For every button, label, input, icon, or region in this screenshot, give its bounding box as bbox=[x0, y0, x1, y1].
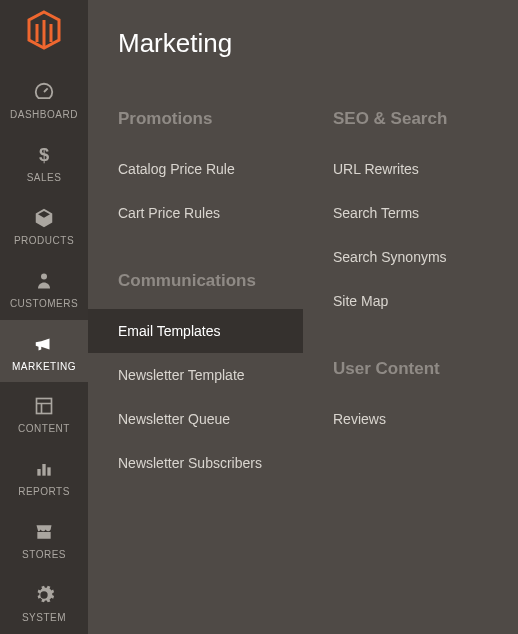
dollar-icon: $ bbox=[34, 142, 54, 168]
gear-icon bbox=[33, 582, 55, 608]
menu-newsletter-queue[interactable]: Newsletter Queue bbox=[88, 397, 303, 441]
panel-title: Marketing bbox=[88, 28, 518, 99]
nav-label: SALES bbox=[27, 172, 62, 183]
marketing-panel: Marketing Promotions Catalog Price Rule … bbox=[88, 0, 518, 634]
section-user-content: User Content bbox=[303, 349, 518, 397]
layout-icon bbox=[34, 393, 54, 419]
nav-marketing[interactable]: MARKETING bbox=[0, 320, 88, 383]
menu-search-synonyms[interactable]: Search Synonyms bbox=[303, 235, 518, 279]
nav-products[interactable]: PRODUCTS bbox=[0, 194, 88, 257]
magento-logo[interactable] bbox=[24, 10, 64, 50]
nav-label: CUSTOMERS bbox=[10, 298, 78, 309]
menu-newsletter-subscribers[interactable]: Newsletter Subscribers bbox=[88, 441, 303, 485]
box-icon bbox=[33, 205, 55, 231]
menu-search-terms[interactable]: Search Terms bbox=[303, 191, 518, 235]
store-icon bbox=[33, 519, 55, 545]
svg-point-1 bbox=[41, 273, 47, 279]
nav-label: DASHBOARD bbox=[10, 109, 78, 120]
chart-icon bbox=[34, 456, 54, 482]
nav-label: STORES bbox=[22, 549, 66, 560]
nav-content[interactable]: CONTENT bbox=[0, 382, 88, 445]
nav-dashboard[interactable]: DASHBOARD bbox=[0, 68, 88, 131]
nav-label: SYSTEM bbox=[22, 612, 66, 623]
menu-catalog-price-rule[interactable]: Catalog Price Rule bbox=[88, 147, 303, 191]
svg-rect-2 bbox=[37, 399, 52, 414]
menu-url-rewrites[interactable]: URL Rewrites bbox=[303, 147, 518, 191]
svg-rect-4 bbox=[42, 464, 45, 476]
spacer bbox=[88, 235, 303, 261]
person-icon bbox=[35, 268, 53, 294]
menu-newsletter-template[interactable]: Newsletter Template bbox=[88, 353, 303, 397]
panel-columns: Promotions Catalog Price Rule Cart Price… bbox=[88, 99, 518, 634]
nav-label: PRODUCTS bbox=[14, 235, 74, 246]
nav-customers[interactable]: CUSTOMERS bbox=[0, 257, 88, 320]
menu-reviews[interactable]: Reviews bbox=[303, 397, 518, 441]
nav-system[interactable]: SYSTEM bbox=[0, 571, 88, 634]
svg-rect-3 bbox=[37, 469, 40, 476]
menu-cart-price-rules[interactable]: Cart Price Rules bbox=[88, 191, 303, 235]
nav-reports[interactable]: REPORTS bbox=[0, 445, 88, 508]
megaphone-icon bbox=[32, 331, 56, 357]
menu-email-templates[interactable]: Email Templates bbox=[88, 309, 303, 353]
nav-stores[interactable]: STORES bbox=[0, 508, 88, 571]
nav-label: REPORTS bbox=[18, 486, 70, 497]
nav-label: MARKETING bbox=[12, 361, 76, 372]
section-promotions: Promotions bbox=[88, 99, 303, 147]
svg-text:$: $ bbox=[39, 144, 49, 165]
spacer bbox=[303, 323, 518, 349]
menu-site-map[interactable]: Site Map bbox=[303, 279, 518, 323]
sidebar: DASHBOARD $ SALES PRODUCTS CUSTOMERS MAR… bbox=[0, 0, 88, 634]
section-communications: Communications bbox=[88, 261, 303, 309]
left-column: Promotions Catalog Price Rule Cart Price… bbox=[88, 99, 303, 634]
nav-sales[interactable]: $ SALES bbox=[0, 131, 88, 194]
nav-label: CONTENT bbox=[18, 423, 70, 434]
svg-rect-5 bbox=[47, 468, 50, 476]
gauge-icon bbox=[33, 79, 55, 105]
section-seo-search: SEO & Search bbox=[303, 99, 518, 147]
right-column: SEO & Search URL Rewrites Search Terms S… bbox=[303, 99, 518, 634]
